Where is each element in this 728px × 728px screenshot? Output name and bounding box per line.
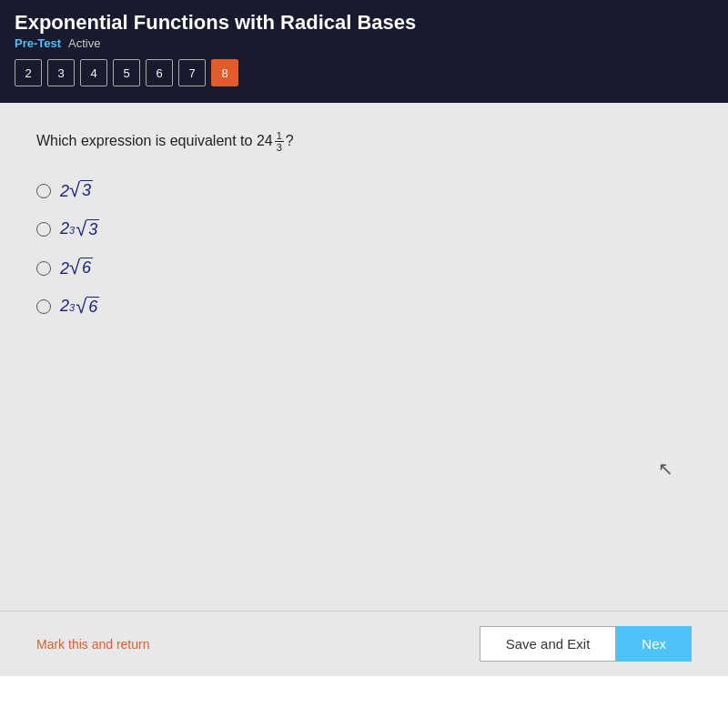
option-b[interactable]: 2 3√3 xyxy=(36,219,692,239)
radio-d[interactable] xyxy=(36,299,51,314)
option-b-expr: 2 3√3 xyxy=(60,219,99,239)
question-nav-8[interactable]: 8 xyxy=(211,59,238,86)
answer-options: 2 √3 2 3√3 2 √6 xyxy=(36,180,692,317)
option-c[interactable]: 2 √6 xyxy=(36,258,692,278)
option-d-expr: 2 3√6 xyxy=(60,297,99,317)
page-title: Exponential Functions with Radical Bases xyxy=(15,11,713,35)
option-d[interactable]: 2 3√6 xyxy=(36,297,692,317)
question-nav-6[interactable]: 6 xyxy=(146,59,173,86)
question-nav-2[interactable]: 2 xyxy=(15,59,42,86)
question-exponent: 1 3 xyxy=(275,130,284,153)
pre-test-label: Pre-Test xyxy=(15,36,61,50)
question-text: Which expression is equivalent to 24 1 3… xyxy=(36,130,692,153)
radio-b[interactable] xyxy=(36,222,51,237)
question-nav-3[interactable]: 3 xyxy=(47,59,75,86)
footer-buttons: Save and Exit Nex xyxy=(480,626,692,662)
option-a[interactable]: 2 √3 xyxy=(36,180,692,201)
radical-a: √3 xyxy=(69,180,93,200)
radical-d: 3√6 xyxy=(69,297,99,317)
main-content: Which expression is equivalent to 24 1 3… xyxy=(0,103,728,676)
header-subtitle: Pre-Test Active xyxy=(15,36,713,50)
radical-d-index: 3 xyxy=(69,302,75,313)
radical-b: 3√3 xyxy=(69,219,99,239)
question-nav: 2 3 4 5 6 7 8 xyxy=(15,59,713,96)
question-nav-5[interactable]: 5 xyxy=(113,59,140,86)
save-exit-button[interactable]: Save and Exit xyxy=(480,626,617,662)
header: Exponential Functions with Radical Bases… xyxy=(0,0,728,103)
question-nav-4[interactable]: 4 xyxy=(80,59,107,86)
radio-c[interactable] xyxy=(36,261,51,276)
cursor-icon: ↖ xyxy=(658,458,673,480)
radical-b-index: 3 xyxy=(69,225,75,236)
exponent-numerator: 1 xyxy=(275,130,284,142)
question-suffix: ? xyxy=(286,133,294,148)
option-c-expr: 2 √6 xyxy=(60,258,93,278)
mark-return-link[interactable]: Mark this and return xyxy=(36,637,150,652)
question-nav-7[interactable]: 7 xyxy=(178,59,206,86)
radio-a[interactable] xyxy=(36,184,51,198)
option-a-expr: 2 √3 xyxy=(60,180,93,201)
active-label: Active xyxy=(68,36,100,50)
radical-c: √6 xyxy=(69,258,93,278)
exponent-denominator: 3 xyxy=(275,142,284,153)
footer: Mark this and return Save and Exit Nex xyxy=(0,611,728,676)
question-prefix: Which expression is equivalent to 24 xyxy=(36,133,273,148)
next-button[interactable]: Nex xyxy=(616,626,692,662)
